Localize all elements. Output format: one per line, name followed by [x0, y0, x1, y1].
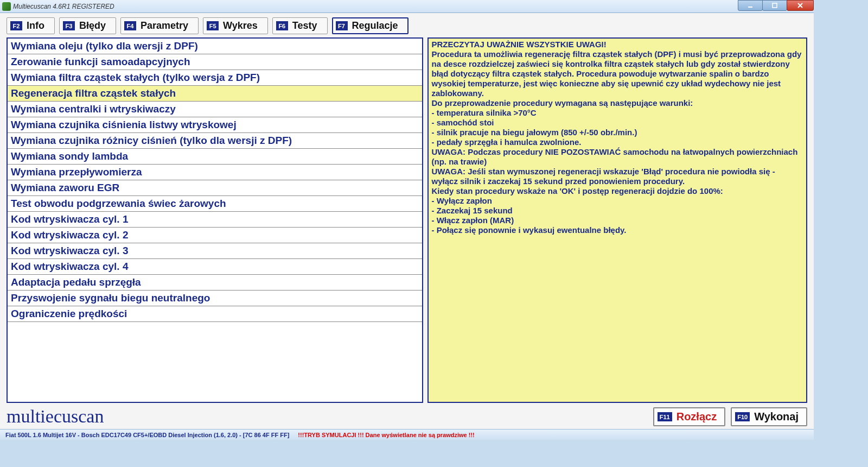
list-item[interactable]: Kod wtryskiwacza cyl. 2 [8, 228, 422, 243]
list-item[interactable]: Zerowanie funkcji samoadapcyjnych [8, 54, 422, 70]
fkey-badge: F2 [10, 21, 22, 30]
disconnect-button[interactable]: F11 Rozłącz [653, 407, 725, 426]
list-item[interactable]: Kod wtryskiwacza cyl. 1 [8, 212, 422, 228]
fkey-badge: F10 [735, 412, 750, 421]
window-minimize-button[interactable] [738, 0, 763, 11]
tab-label: Regulacje [352, 20, 398, 31]
list-item[interactable]: Przyswojenie sygnału biegu neutralnego [8, 291, 422, 306]
execute-label: Wykonaj [754, 411, 799, 423]
tab-parametry[interactable]: F4Parametry [120, 17, 199, 34]
tab-regulacje[interactable]: F7Regulacje [332, 17, 409, 34]
tab-label: Info [27, 20, 44, 31]
window-maximize-button[interactable] [762, 0, 787, 11]
bottom-bar: multiecuscan F11 Rozłącz F10 Wykonaj [0, 405, 814, 429]
fkey-badge: F5 [207, 21, 219, 30]
tab-testy[interactable]: F6Testy [272, 17, 328, 34]
fkey-badge: F11 [658, 412, 672, 421]
list-item[interactable]: Wymiana oleju (tylko dla wersji z DPF) [8, 39, 422, 54]
tab-label: Testy [292, 20, 317, 31]
list-item[interactable]: Wymiana czujnika różnicy ciśnień (tylko … [8, 133, 422, 149]
window-title: Multiecuscan 4.6R1 REGISTERED [13, 3, 114, 10]
list-item[interactable]: Test obwodu podgrzewania świec żarowych [8, 196, 422, 212]
fkey-badge: F6 [276, 21, 288, 30]
list-item[interactable]: Wymiana sondy lambda [8, 149, 422, 165]
app-icon [2, 2, 11, 11]
description-panel[interactable]: PRZECZYTAJ UWAŻNIE WSZYSTKIE UWAGI! Proc… [427, 37, 807, 403]
tab-label: Parametry [141, 20, 188, 31]
tab-bar: F2InfoF3BłędyF4ParametryF5WykresF6TestyF… [0, 13, 814, 37]
brand-logo: multiecuscan [7, 406, 104, 427]
list-item[interactable]: Adaptacja pedału sprzęgła [8, 275, 422, 291]
list-item[interactable]: Wymiana zaworu EGR [8, 180, 422, 196]
fkey-badge: F3 [63, 21, 75, 30]
status-simulation: !!!TRYB SYMULACJI !!! Dane wyświetlane n… [298, 432, 474, 438]
fkey-badge: F4 [124, 21, 136, 30]
list-item[interactable]: Wymiana centralki i wtryskiwaczy [8, 102, 422, 117]
fkey-badge: F7 [336, 21, 348, 30]
list-item[interactable]: Kod wtryskiwacza cyl. 3 [8, 243, 422, 259]
list-item[interactable]: Ograniczenie prędkości [8, 306, 422, 322]
status-vehicle: Fiat 500L 1.6 Multijet 16V - Bosch EDC17… [5, 432, 289, 438]
tab-label: Błędy [79, 20, 106, 31]
tab-label: Wykres [223, 20, 258, 31]
execute-button[interactable]: F10 Wykonaj [731, 407, 807, 426]
list-item[interactable]: Wymiana czujnika ciśnienia listwy wtrysk… [8, 117, 422, 133]
description-text: PRZECZYTAJ UWAŻNIE WSZYSTKIE UWAGI! Proc… [432, 40, 803, 235]
svg-rect-1 [773, 3, 777, 8]
tab-info[interactable]: F2Info [7, 17, 55, 34]
list-item[interactable]: Wymiana filtra cząstek stałych (tylko we… [8, 70, 422, 86]
list-item[interactable]: Wymiana przepływomierza [8, 165, 422, 180]
tab-wykres[interactable]: F5Wykres [203, 17, 268, 34]
status-bar: Fiat 500L 1.6 Multijet 16V - Bosch EDC17… [0, 429, 814, 440]
disconnect-label: Rozłącz [676, 411, 717, 423]
list-item[interactable]: Kod wtryskiwacza cyl. 4 [8, 259, 422, 275]
list-item[interactable]: Regeneracja filtra cząstek stałych [8, 86, 422, 102]
adjustments-list[interactable]: Wymiana oleju (tylko dla wersji z DPF)Ze… [7, 37, 423, 403]
window-close-button[interactable] [787, 0, 814, 11]
tab-błędy[interactable]: F3Błędy [59, 17, 116, 34]
window-titlebar: Multiecuscan 4.6R1 REGISTERED [0, 0, 814, 13]
